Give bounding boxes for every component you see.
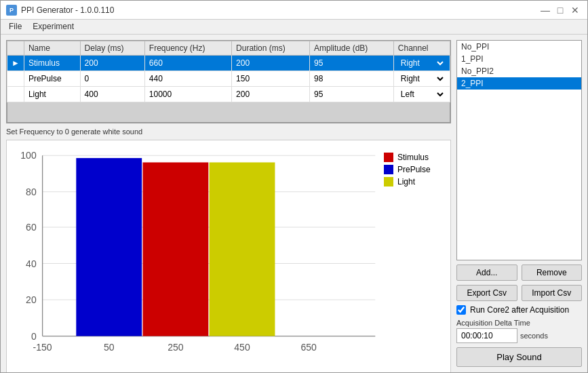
empty-table-area	[7, 102, 450, 123]
add-remove-row: Add... Remove	[456, 264, 582, 281]
light-bar	[210, 162, 275, 336]
row-channel[interactable]: Right Left	[393, 87, 450, 102]
frequency-hint: Set Frequency to 0 generate white sound	[6, 126, 451, 137]
app-icon: P	[6, 5, 17, 16]
svg-text:80: 80	[26, 186, 37, 197]
prepulse-bar	[76, 158, 142, 336]
svg-text:250: 250	[168, 342, 184, 353]
title-controls: — □ ✕	[538, 3, 582, 17]
legend-prepulse: PrePulse	[384, 165, 445, 174]
chart-area: 100 80 60 40 20 0 -150 50 250 450 650	[12, 146, 384, 372]
stimulus-table: Name Delay (ms) Frequency (Hz) Duration …	[7, 41, 450, 102]
minimize-button[interactable]: —	[538, 3, 552, 17]
ppi-list-item[interactable]: No_PPI2	[457, 65, 581, 77]
ppi-list-item[interactable]: 2_PPI	[457, 77, 581, 90]
import-csv-button[interactable]: Import Csv	[522, 285, 583, 301]
legend-prepulse-color	[384, 165, 393, 174]
legend-light-label: Light	[397, 177, 415, 186]
close-button[interactable]: ✕	[568, 3, 582, 17]
row-duration: 200	[232, 56, 310, 71]
ppi-list-item[interactable]: 1_PPI	[457, 53, 581, 65]
legend-light-color	[384, 177, 393, 186]
svg-text:20: 20	[26, 294, 37, 305]
run-core2-row: Run Core2 after Acquisition	[456, 305, 582, 315]
menu-experiment[interactable]: Experiment	[27, 21, 79, 33]
svg-text:-150: -150	[33, 342, 52, 353]
row-name: PrePulse	[24, 71, 80, 87]
col-amplitude: Amplitude (dB)	[309, 41, 393, 56]
row-indicator: ►	[7, 56, 24, 71]
window-title: PPI Generator - 1.0.0.110	[21, 5, 114, 15]
row-delay: 400	[80, 87, 144, 102]
table-body: ► Stimulus 200 660 200 95 Right Left Pre…	[7, 56, 450, 102]
seconds-label: seconds	[520, 332, 548, 340]
row-amplitude: 98	[309, 71, 393, 87]
right-panel: No_PPI1_PPINo_PPI22_PPI Add... Remove Ex…	[456, 40, 582, 367]
ppi-list-item[interactable]: No_PPI	[457, 41, 581, 53]
row-indicator	[7, 87, 24, 102]
table-container: Name Delay (ms) Frequency (Hz) Duration …	[6, 40, 451, 123]
col-channel: Channel	[393, 41, 450, 56]
remove-button[interactable]: Remove	[522, 264, 583, 281]
run-core2-label: Run Core2 after Acquisition	[470, 305, 569, 315]
main-content: Name Delay (ms) Frequency (Hz) Duration …	[1, 35, 587, 372]
row-duration: 200	[232, 87, 310, 102]
svg-text:100: 100	[20, 150, 37, 161]
chart-container: 100 80 60 40 20 0 -150 50 250 450 650	[6, 140, 451, 372]
row-delay: 0	[80, 71, 144, 87]
row-delay: 200	[80, 56, 144, 71]
row-channel[interactable]: Right Left	[393, 56, 450, 71]
table-row[interactable]: PrePulse 0 440 150 98 Right Left	[7, 71, 450, 87]
export-import-row: Export Csv Import Csv	[456, 285, 582, 301]
stimulus-bar	[142, 162, 208, 336]
channel-select[interactable]: Right Left	[398, 58, 446, 68]
acquisition-input-row: seconds	[456, 328, 582, 343]
svg-text:40: 40	[26, 258, 37, 269]
col-name: Name	[24, 41, 80, 56]
channel-select[interactable]: Right Left	[398, 73, 446, 84]
svg-text:450: 450	[234, 342, 250, 353]
row-frequency: 440	[144, 71, 231, 87]
table-row[interactable]: ► Stimulus 200 660 200 95 Right Left	[7, 56, 450, 71]
legend-light: Light	[384, 177, 445, 186]
svg-text:50: 50	[104, 342, 115, 353]
svg-text:650: 650	[300, 342, 317, 353]
run-core2-checkbox[interactable]	[456, 305, 466, 315]
ppi-list[interactable]: No_PPI1_PPINo_PPI22_PPI	[456, 40, 582, 260]
legend-prepulse-label: PrePulse	[397, 165, 431, 174]
title-bar-left: P PPI Generator - 1.0.0.110	[6, 5, 114, 16]
col-indicator	[7, 41, 24, 56]
row-frequency: 660	[144, 56, 231, 71]
col-frequency: Frequency (Hz)	[144, 41, 231, 56]
acquisition-time-input[interactable]	[456, 328, 517, 343]
acquisition-label: Acquisition Delta Time	[456, 319, 582, 327]
row-duration: 150	[232, 71, 310, 87]
left-panel: Name Delay (ms) Frequency (Hz) Duration …	[6, 40, 451, 367]
menu-bar: File Experiment	[1, 20, 587, 35]
row-name: Stimulus	[24, 56, 80, 71]
row-channel[interactable]: Right Left	[393, 71, 450, 87]
export-csv-button[interactable]: Export Csv	[456, 285, 517, 301]
legend-stimulus-color	[384, 153, 393, 162]
legend-stimulus-label: Stimulus	[397, 153, 429, 162]
table-row[interactable]: Light 400 10000 200 95 Right Left	[7, 87, 450, 102]
row-amplitude: 95	[309, 87, 393, 102]
col-duration: Duration (ms)	[232, 41, 310, 56]
title-bar: P PPI Generator - 1.0.0.110 — □ ✕	[1, 1, 587, 20]
channel-select[interactable]: Right Left	[398, 89, 446, 100]
row-frequency: 10000	[144, 87, 231, 102]
main-window: P PPI Generator - 1.0.0.110 — □ ✕ File E…	[0, 0, 588, 373]
play-sound-button[interactable]: Play Sound	[456, 347, 582, 367]
table-header-row: Name Delay (ms) Frequency (Hz) Duration …	[7, 41, 450, 56]
svg-text:0: 0	[31, 331, 37, 342]
menu-file[interactable]: File	[3, 21, 27, 33]
row-amplitude: 95	[309, 56, 393, 71]
chart-svg: 100 80 60 40 20 0 -150 50 250 450 650	[12, 146, 384, 372]
svg-text:60: 60	[26, 222, 37, 233]
row-name: Light	[24, 87, 80, 102]
col-delay: Delay (ms)	[80, 41, 144, 56]
legend-stimulus: Stimulus	[384, 153, 445, 162]
maximize-button[interactable]: □	[553, 3, 567, 17]
add-button[interactable]: Add...	[456, 264, 517, 281]
acquisition-group: Acquisition Delta Time seconds	[456, 319, 582, 343]
